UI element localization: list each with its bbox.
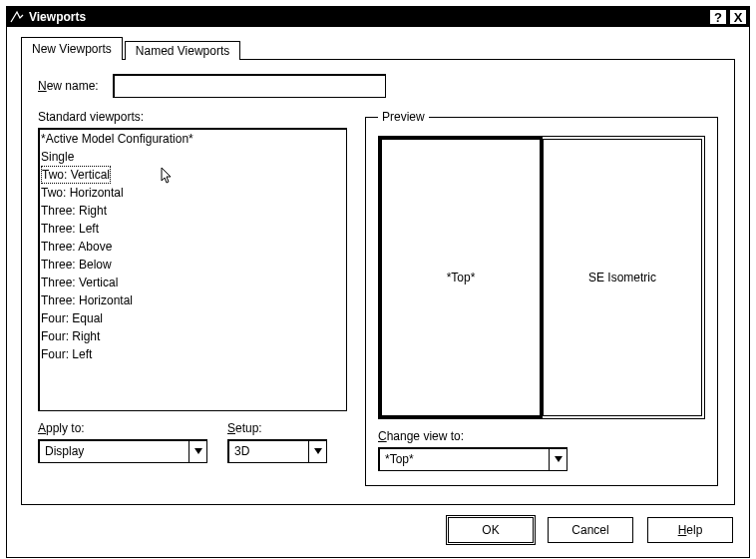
cancel-button[interactable]: Cancel (548, 517, 633, 543)
preview-pane-label: SE Isometric (588, 271, 656, 284)
help-button[interactable]: ? (709, 9, 727, 25)
chevron-down-icon (308, 440, 326, 462)
tab-panel: New name: Standard viewports: *Active Mo… (21, 59, 735, 505)
list-item[interactable]: Two: Vertical (41, 166, 111, 184)
change-view-value: *Top* (379, 452, 549, 466)
list-item[interactable]: Three: Horizontal (41, 291, 344, 309)
setup-value: 3D (228, 444, 308, 458)
change-view-select[interactable]: *Top* (378, 447, 567, 471)
change-view-label: Change view to: (378, 429, 567, 443)
app-icon (9, 9, 25, 25)
button-row: OK Cancel Help (21, 517, 735, 543)
list-item[interactable]: Four: Right (41, 327, 344, 345)
list-item[interactable]: Four: Equal (41, 309, 344, 327)
tab-strip: New Viewports Named Viewports (21, 37, 735, 60)
preview-pane[interactable]: SE Isometric (543, 139, 702, 416)
preview-legend: Preview (378, 110, 429, 124)
preview-pane-label: *Top* (447, 271, 476, 284)
chevron-down-icon (549, 448, 567, 470)
list-item[interactable]: Three: Vertical (41, 274, 344, 291)
apply-to-label: Apply to: (38, 421, 207, 435)
titlebar-controls: ? X (709, 9, 747, 25)
apply-to-select[interactable]: Display (38, 439, 207, 463)
list-item[interactable]: Three: Above (41, 238, 344, 256)
help-button[interactable]: Help (647, 517, 733, 543)
dialog-window: Viewports ? X New Viewports Named Viewpo… (6, 6, 750, 558)
tab-named-viewports[interactable]: Named Viewports (125, 41, 241, 60)
chevron-down-icon (189, 440, 206, 462)
preview-frame: Preview *Top* SE Isometric Change vie (365, 110, 718, 486)
preview-box: *Top* SE Isometric (378, 136, 705, 419)
list-item[interactable]: Three: Left (41, 220, 344, 238)
preview-pane[interactable]: *Top* (379, 137, 543, 418)
setup-label: Setup: (227, 421, 327, 435)
tab-new-viewports[interactable]: New Viewports (21, 37, 123, 60)
right-column: Preview *Top* SE Isometric Change vie (365, 110, 718, 486)
list-item[interactable]: Four: Left (41, 345, 344, 363)
list-item[interactable]: Three: Right (41, 202, 344, 220)
list-item[interactable]: Two: Horizontal (41, 184, 344, 202)
client-area: New Viewports Named Viewports New name: … (7, 27, 749, 557)
list-item[interactable]: *Active Model Configuration* (41, 130, 344, 148)
standard-viewports-list[interactable]: *Active Model Configuration* Single Two:… (38, 128, 347, 411)
new-name-label: New name: (38, 79, 99, 93)
apply-to-value: Display (39, 444, 189, 458)
setup-select[interactable]: 3D (227, 439, 327, 463)
ok-button[interactable]: OK (448, 517, 534, 543)
close-button[interactable]: X (729, 9, 747, 25)
new-name-input[interactable] (113, 74, 386, 98)
left-column: Standard viewports: *Active Model Config… (38, 110, 347, 486)
list-item[interactable]: Three: Below (41, 256, 344, 274)
dialog-title: Viewports (29, 10, 709, 24)
list-item[interactable]: Single (41, 148, 344, 166)
titlebar: Viewports ? X (7, 7, 749, 27)
standard-viewports-label: Standard viewports: (38, 110, 144, 124)
